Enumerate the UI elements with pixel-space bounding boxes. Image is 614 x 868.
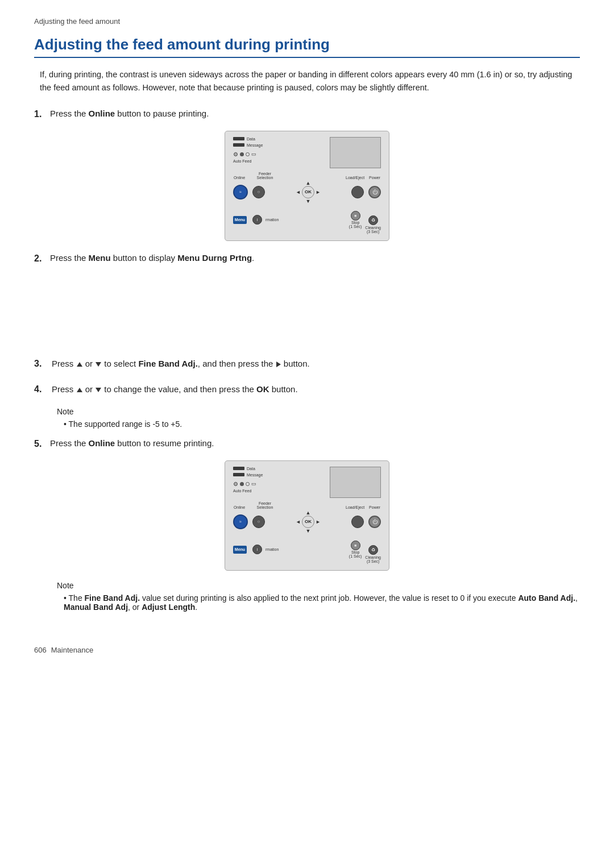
message-label-2: Message <box>247 473 263 477</box>
autofeed-label-2: Auto Feed <box>233 489 251 493</box>
note-1: Note The supported range is -5 to +5. <box>57 407 580 429</box>
panel-screen-1 <box>330 137 381 168</box>
step-4: 4. Press or to change the value, and the… <box>34 381 580 397</box>
up-arrow-3 <box>77 362 82 367</box>
up-arrow-4 <box>77 388 82 392</box>
step-3-num: 3. <box>34 356 48 371</box>
ok-button-1[interactable]: OK <box>302 186 314 198</box>
menu-button-label-row-1: Menu <box>233 216 247 224</box>
feeder-selection-label-2: FeederSelection <box>256 501 274 509</box>
step-5-num: 5. <box>34 437 48 451</box>
menu-button-1[interactable]: Menu <box>233 216 247 224</box>
cleaning-button-1[interactable]: ♻ <box>368 215 378 225</box>
note-1-title: Note <box>57 407 580 416</box>
power-button-1[interactable]: ⏻ <box>368 186 381 198</box>
cleaning-label-1: Cleaning(3 Sec) <box>365 226 381 234</box>
step-3: 3. Press or to select Fine Band Adj., an… <box>34 356 580 371</box>
message-led-2 <box>233 473 244 476</box>
printer-panel-2: Data Message ⚙ ▭ Auto Feed <box>225 460 389 571</box>
power-label-1: Power <box>368 176 381 180</box>
step-4-text: Press or to change the value, and then p… <box>52 382 298 397</box>
ok-button-2[interactable]: OK <box>302 516 314 528</box>
power-button-2[interactable]: ⏻ <box>368 516 381 528</box>
data-label-2: Data <box>247 467 255 471</box>
step-1-num: 1. <box>34 107 48 122</box>
info-button-2[interactable]: i <box>252 545 262 554</box>
load-eject-label-1: Load/Eject <box>346 176 363 180</box>
note-1-bullet-1: The supported range is -5 to +5. <box>64 420 580 429</box>
information-label-2: rmation <box>265 547 279 551</box>
autofeed-label-1: Auto Feed <box>233 159 251 163</box>
page-title: Adjusting the feed amount during printin… <box>34 36 580 58</box>
cleaning-label-2: Cleaning(3 Sec) <box>365 555 381 563</box>
note-2: Note The Fine Band Adj. value set during… <box>57 581 580 612</box>
message-label: Message <box>247 143 263 147</box>
down-arrow-3 <box>96 362 101 367</box>
feeder-selection-label-1: FeederSelection <box>256 172 274 180</box>
step-1: 1. Press the Online button to pause prin… <box>34 107 580 241</box>
intro-text: If, during printing, the contrast is une… <box>40 68 580 94</box>
step-5-text: Press the Online button to resume printi… <box>50 437 214 450</box>
information-label-1: rmation <box>265 218 279 222</box>
note-2-bullet-1: The Fine Band Adj. value set during prin… <box>64 593 580 612</box>
message-led <box>233 143 244 147</box>
footer: 606 Maintenance <box>34 646 580 654</box>
step-2: 2. Press the Menu button to display Menu… <box>34 251 580 266</box>
menu-button-2[interactable]: Menu <box>233 546 247 554</box>
note-2-title: Note <box>57 581 580 590</box>
stop-button-1[interactable]: ■ <box>351 211 360 221</box>
step-2-num: 2. <box>34 251 48 266</box>
info-button-1[interactable]: i <box>252 215 262 225</box>
data-label: Data <box>247 137 255 141</box>
power-label-2: Power <box>368 505 381 509</box>
data-led-2 <box>233 467 244 470</box>
footer-page-num: 606 <box>34 646 47 654</box>
note-2-bullets: The Fine Band Adj. value set during prin… <box>57 593 580 612</box>
online-btn-label-1: Online <box>233 176 246 180</box>
printer-panel-1: Data Message ⚙ ▭ Auto Feed <box>225 131 389 241</box>
panel-screen-2 <box>330 467 381 498</box>
step-5: 5. Press the Online button to resume pri… <box>34 437 580 571</box>
online-button-2[interactable]: ≈ <box>233 514 248 529</box>
online-btn-label-2: Online <box>233 505 246 509</box>
step-4-num: 4. <box>34 381 48 397</box>
cleaning-button-2[interactable]: ♻ <box>368 545 378 555</box>
note-1-bullets: The supported range is -5 to +5. <box>57 420 580 429</box>
down-arrow-4 <box>96 388 101 392</box>
stop-label-1: Stop(1 Sec) <box>349 221 362 229</box>
stop-button-2[interactable]: ■ <box>351 541 360 550</box>
feeder-button-2[interactable]: ○ <box>252 516 265 528</box>
step-3-text: Press or to select Fine Band Adj., and t… <box>52 356 310 371</box>
step-1-text: Press the Online button to pause printin… <box>50 107 209 121</box>
load-eject-button-1[interactable] <box>351 186 364 198</box>
online-button-1[interactable]: ≈ <box>233 185 248 200</box>
step-2-text: Press the Menu button to display Menu Du… <box>50 251 254 265</box>
footer-section: Maintenance <box>51 646 93 654</box>
stop-label-2: Stop(1 Sec) <box>349 550 362 558</box>
load-eject-button-2[interactable] <box>351 516 364 528</box>
menu-button-label-row-2: Menu <box>233 546 247 554</box>
breadcrumb: Adjusting the feed amount <box>34 17 580 26</box>
load-eject-label-2: Load/Eject <box>346 505 363 509</box>
feeder-button-1[interactable]: ○ <box>252 186 265 198</box>
right-arrow-3 <box>276 362 281 367</box>
data-led <box>233 137 244 140</box>
